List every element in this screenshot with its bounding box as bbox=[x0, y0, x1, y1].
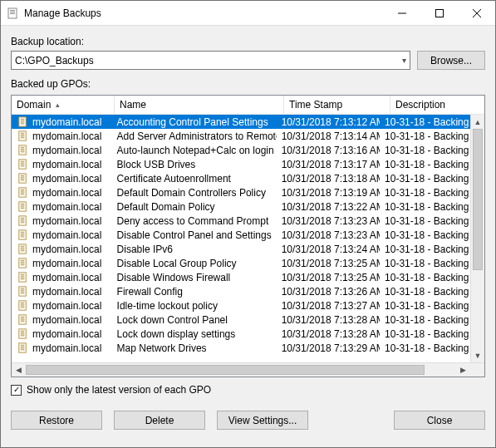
table-row[interactable]: mydomain.localFirewall Config10/31/2018 … bbox=[12, 284, 470, 298]
column-description[interactable]: Description bbox=[390, 96, 484, 114]
close-button[interactable] bbox=[458, 1, 495, 25]
table-row[interactable]: mydomain.localDisable IPv610/31/2018 7:1… bbox=[12, 242, 470, 256]
view-settings-button[interactable]: View Settings... bbox=[217, 411, 308, 430]
cell-timestamp: 10/31/2018 7:13:23 AM bbox=[277, 229, 380, 241]
cell-timestamp: 10/31/2018 7:13:25 AM bbox=[277, 272, 380, 283]
table-row[interactable]: mydomain.localDeny access to Command Pro… bbox=[12, 214, 470, 228]
cell-name: Map Network Drives bbox=[112, 342, 277, 354]
svg-rect-9 bbox=[21, 119, 25, 120]
gpo-icon bbox=[17, 116, 29, 128]
table-row[interactable]: mydomain.localBlock USB Drives10/31/2018… bbox=[12, 157, 470, 171]
svg-rect-31 bbox=[21, 179, 25, 180]
svg-rect-16 bbox=[21, 136, 25, 137]
delete-button[interactable]: Delete bbox=[114, 411, 205, 430]
svg-rect-12 bbox=[21, 123, 25, 124]
browse-button[interactable]: Browse... bbox=[417, 51, 485, 70]
svg-rect-39 bbox=[21, 204, 25, 204]
svg-rect-64 bbox=[21, 274, 25, 275]
cell-timestamp: 10/31/2018 7:13:28 AM bbox=[277, 328, 380, 340]
cell-timestamp: 10/31/2018 7:13:24 AM bbox=[277, 244, 380, 255]
cell-domain: mydomain.local bbox=[32, 272, 101, 283]
column-domain[interactable]: Domain bbox=[12, 96, 115, 114]
chevron-down-icon: ▾ bbox=[402, 56, 406, 65]
cell-description: 10-31-18 - Backing up a bbox=[380, 201, 470, 213]
scroll-thumb-vertical[interactable] bbox=[473, 129, 483, 270]
svg-rect-61 bbox=[21, 263, 25, 264]
cell-description: 10-31-18 - Backing up a bbox=[380, 215, 470, 227]
app-icon bbox=[6, 7, 19, 20]
cell-description: 10-31-18 - Backing up a bbox=[380, 342, 470, 354]
table-row[interactable]: mydomain.localAuto-launch Notepad+Calc o… bbox=[12, 143, 470, 157]
horizontal-scrollbar[interactable]: ◀ ▶ bbox=[12, 362, 484, 377]
scroll-right-icon[interactable]: ▶ bbox=[456, 363, 470, 377]
svg-rect-86 bbox=[21, 334, 25, 335]
table-row[interactable]: mydomain.localLock down Control Panel10/… bbox=[12, 313, 470, 327]
svg-rect-40 bbox=[21, 205, 25, 206]
maximize-button[interactable] bbox=[420, 1, 458, 25]
cell-name: Lock down display settings bbox=[112, 328, 277, 340]
svg-rect-82 bbox=[21, 321, 25, 322]
gpo-listview[interactable]: Domain Name Time Stamp Description mydom… bbox=[11, 95, 485, 377]
table-row[interactable]: mydomain.localIdle-time lockout policy10… bbox=[12, 298, 470, 313]
gpo-icon bbox=[17, 313, 29, 326]
gpo-icon bbox=[17, 342, 29, 354]
table-row[interactable]: mydomain.localDisable Windows Firewall10… bbox=[12, 270, 470, 284]
svg-rect-37 bbox=[21, 194, 25, 194]
close-dialog-button[interactable]: Close bbox=[394, 411, 485, 430]
gpo-icon bbox=[17, 172, 29, 185]
svg-rect-24 bbox=[21, 161, 25, 162]
scrollbar-corner bbox=[470, 363, 484, 377]
scroll-left-icon[interactable]: ◀ bbox=[12, 363, 26, 377]
cell-name: Disable Control Panel and Settings bbox=[112, 229, 277, 241]
svg-rect-56 bbox=[21, 249, 25, 250]
restore-button[interactable]: Restore bbox=[11, 411, 102, 430]
svg-rect-32 bbox=[21, 180, 25, 180]
cell-description: 10-31-18 - Backing up a bbox=[380, 130, 470, 142]
svg-rect-29 bbox=[21, 175, 25, 176]
cell-name: Lock down Control Panel bbox=[112, 314, 277, 326]
minimize-button[interactable] bbox=[383, 1, 420, 25]
svg-rect-3 bbox=[10, 13, 15, 14]
column-name[interactable]: Name bbox=[115, 96, 284, 114]
table-row[interactable]: mydomain.localDefault Domain Controllers… bbox=[12, 185, 470, 199]
show-latest-checkbox[interactable]: ✓ bbox=[11, 385, 22, 396]
scroll-thumb-horizontal[interactable] bbox=[26, 365, 425, 375]
svg-rect-19 bbox=[21, 147, 25, 148]
cell-description: 10-31-18 - Backing up a bbox=[380, 258, 470, 269]
column-timestamp[interactable]: Time Stamp bbox=[284, 96, 390, 114]
table-row[interactable]: mydomain.localDisable Control Panel and … bbox=[12, 228, 470, 242]
vertical-scrollbar[interactable]: ▲ ▼ bbox=[470, 115, 484, 362]
cell-description: 10-31-18 - Backing up a bbox=[380, 328, 470, 340]
svg-rect-10 bbox=[21, 121, 25, 121]
table-row[interactable]: mydomain.localAccounting Control Panel S… bbox=[12, 115, 470, 129]
cell-name: Disable Windows Firewall bbox=[112, 272, 277, 283]
svg-rect-30 bbox=[21, 177, 25, 178]
cell-timestamp: 10/31/2018 7:13:27 AM bbox=[277, 300, 380, 312]
table-row[interactable]: mydomain.localDefault Domain Policy10/31… bbox=[12, 199, 470, 214]
svg-rect-5 bbox=[435, 9, 443, 17]
table-row[interactable]: mydomain.localCertificate Autoenrollment… bbox=[12, 171, 470, 185]
rows-container: mydomain.localAccounting Control Panel S… bbox=[12, 115, 470, 362]
gpo-icon bbox=[17, 271, 29, 283]
table-row[interactable]: mydomain.localLock down display settings… bbox=[12, 327, 470, 341]
svg-rect-47 bbox=[21, 222, 25, 223]
table-row[interactable]: mydomain.localMap Network Drives10/31/20… bbox=[12, 341, 470, 355]
svg-rect-80 bbox=[21, 318, 25, 319]
table-row[interactable]: mydomain.localAdd Server Administrators … bbox=[12, 129, 470, 143]
cell-description: 10-31-18 - Backing up a bbox=[380, 286, 470, 298]
cell-timestamp: 10/31/2018 7:13:22 AM bbox=[277, 201, 380, 213]
gpo-icon bbox=[17, 158, 29, 170]
cell-name: Idle-time lockout policy bbox=[112, 300, 277, 312]
svg-rect-54 bbox=[21, 246, 25, 247]
cell-domain: mydomain.local bbox=[32, 300, 101, 312]
backup-location-label: Backup location: bbox=[11, 36, 485, 47]
backup-location-combo[interactable]: C:\GPO_Backups ▾ bbox=[11, 51, 410, 70]
svg-rect-22 bbox=[21, 151, 25, 152]
cell-timestamp: 10/31/2018 7:13:28 AM bbox=[277, 314, 380, 326]
scroll-up-icon[interactable]: ▲ bbox=[471, 115, 484, 129]
table-row[interactable]: mydomain.localDisable Local Group Policy… bbox=[12, 256, 470, 270]
gpo-icon bbox=[17, 130, 29, 142]
svg-rect-34 bbox=[21, 190, 25, 190]
cell-timestamp: 10/31/2018 7:13:23 AM bbox=[277, 215, 380, 227]
scroll-down-icon[interactable]: ▼ bbox=[471, 348, 484, 362]
